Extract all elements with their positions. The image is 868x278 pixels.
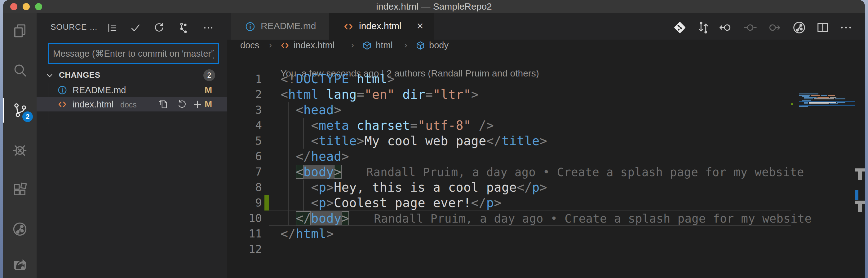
code-token: html bbox=[296, 227, 326, 241]
code-token: </ bbox=[296, 211, 311, 225]
code-line-9[interactable]: 9 <p>Coolest page ever!</p> bbox=[227, 195, 855, 210]
code-token: lang bbox=[327, 87, 357, 102]
gitlens-graph-button[interactable] bbox=[791, 20, 807, 36]
code-line-8[interactable]: 8 <p>Hey, this is a cool page</p> bbox=[227, 179, 855, 195]
activity-bar-item-extensions[interactable] bbox=[3, 173, 37, 206]
code-token: DOCTYPE bbox=[296, 72, 349, 86]
title-bar[interactable]: index.html — SampleRepo2 bbox=[3, 0, 865, 13]
code-line-1[interactable]: 1<!DOCTYPE html> bbox=[227, 71, 855, 87]
minimap-text bbox=[835, 99, 845, 99]
code-token: > bbox=[494, 196, 502, 210]
stage-changes-button[interactable] bbox=[191, 98, 204, 111]
tab-index.html[interactable]: index.html✕ bbox=[329, 13, 434, 40]
code-line-3[interactable]: 3 <head> bbox=[227, 102, 855, 118]
discard-changes-button[interactable] bbox=[176, 98, 188, 111]
breadcrumb-item-docs[interactable]: docs bbox=[240, 40, 259, 50]
code-token bbox=[281, 165, 296, 179]
graph-icon bbox=[177, 30, 190, 36]
code-token: "ltr" bbox=[433, 87, 471, 102]
next-change-button[interactable] bbox=[766, 20, 782, 36]
code-token: > bbox=[471, 87, 479, 102]
html-file-icon bbox=[343, 21, 354, 32]
open-changes-button[interactable] bbox=[695, 20, 711, 36]
code-editor[interactable]: You, a few seconds ago | 2 authors (Rand… bbox=[227, 52, 855, 278]
breadcrumb-item-index.html[interactable]: index.html bbox=[293, 40, 335, 50]
code-line-2[interactable]: 2<html lang="en" dir="ltr"> bbox=[227, 87, 855, 102]
view-git-graph-button[interactable] bbox=[177, 21, 190, 35]
activity-bar-item-source-control[interactable]: 2 bbox=[3, 94, 37, 127]
breadcrumb-item-body[interactable]: body bbox=[429, 40, 448, 50]
code-token: html bbox=[357, 72, 387, 86]
overview-word-highlight-marker-stem bbox=[858, 172, 862, 180]
breadcrumb[interactable]: docs›index.html›html›body bbox=[227, 40, 865, 52]
code-token bbox=[349, 118, 357, 133]
tab-README.md[interactable]: README.md bbox=[231, 13, 329, 40]
minimap[interactable] bbox=[791, 94, 855, 112]
view-as-tree-button[interactable] bbox=[105, 21, 119, 35]
current-change-button[interactable] bbox=[742, 20, 758, 36]
code-line-6[interactable]: 6 </head> bbox=[227, 149, 855, 164]
changes-section-header[interactable]: CHANGES 2 bbox=[37, 69, 227, 82]
code-token: > bbox=[334, 103, 342, 117]
tab-bar: README.mdindex.html✕ bbox=[227, 13, 865, 40]
activity-bar-item-explorer[interactable] bbox=[3, 14, 37, 48]
minimap-text bbox=[817, 97, 829, 98]
overview-ruler[interactable] bbox=[855, 52, 865, 278]
code-token: html bbox=[288, 87, 319, 102]
compare-icon bbox=[695, 31, 711, 37]
line-number: 7 bbox=[227, 164, 262, 179]
code-token: "utf-8" bbox=[418, 118, 471, 133]
code-token: > bbox=[357, 134, 365, 148]
code-token: > bbox=[540, 180, 548, 195]
gitlens-diff-button[interactable] bbox=[672, 20, 688, 36]
code-token: title bbox=[502, 134, 540, 148]
code-token: > bbox=[334, 165, 342, 179]
close-tab-button[interactable]: ✕ bbox=[414, 21, 426, 32]
changes-label: CHANGES bbox=[59, 70, 100, 80]
code-token: dir bbox=[402, 87, 425, 102]
activity-bar-item-gitlens[interactable] bbox=[3, 212, 37, 246]
code-line-5[interactable]: 5 <title>My cool web page</title> bbox=[227, 133, 855, 149]
code-line-12[interactable]: 12 bbox=[227, 241, 855, 257]
changes-count-badge: 2 bbox=[204, 69, 215, 81]
code-token: p bbox=[532, 180, 540, 195]
breadcrumb-separator: › bbox=[269, 40, 272, 50]
code-token bbox=[281, 103, 296, 117]
more-actions-button[interactable] bbox=[838, 20, 854, 36]
commit-button[interactable] bbox=[129, 21, 142, 35]
code-token: </ bbox=[517, 180, 532, 195]
minimap-text bbox=[799, 95, 810, 96]
open-file-button[interactable] bbox=[157, 98, 170, 111]
sidebar-title: SOURCE … bbox=[51, 22, 110, 32]
code-line-11[interactable]: 11</html> bbox=[227, 226, 855, 241]
refresh-icon bbox=[152, 30, 166, 36]
code-line-10[interactable]: 10 </body>Randall Pruim, a day ago • Cre… bbox=[227, 210, 855, 226]
code-token: <! bbox=[281, 72, 296, 86]
more-actions-button[interactable] bbox=[202, 21, 215, 35]
minimap-text bbox=[809, 102, 836, 103]
minimap-text bbox=[804, 103, 808, 104]
breadcrumb-item-html[interactable]: html bbox=[376, 40, 393, 50]
refresh-button[interactable] bbox=[152, 21, 166, 35]
overview-word-highlight-marker-stem bbox=[858, 204, 862, 212]
tab-label: README.md bbox=[261, 21, 316, 31]
code-line-4[interactable]: 4 <meta charset="utf-8" /> bbox=[227, 118, 855, 133]
vscode-window: index.html — SampleRepo2 2 SOURCE … CHAN… bbox=[3, 0, 865, 278]
breadcrumb-separator: › bbox=[404, 40, 407, 50]
minimap-text bbox=[802, 100, 811, 101]
commit-message-input[interactable] bbox=[48, 43, 219, 64]
chevron-down-icon bbox=[44, 71, 55, 80]
code-token: title bbox=[319, 134, 357, 148]
code-line-7[interactable]: 7 <body>Randall Pruim, a day ago • Creat… bbox=[227, 164, 855, 179]
code-token: > bbox=[342, 211, 349, 225]
code-token: </ bbox=[471, 196, 486, 210]
split-editor-button[interactable] bbox=[815, 20, 831, 36]
changed-file-row-README.md[interactable]: README.mdM bbox=[37, 83, 227, 97]
breadcrumb-separator: › bbox=[351, 40, 354, 50]
code-token bbox=[281, 118, 311, 133]
previous-change-button[interactable] bbox=[718, 20, 734, 36]
activity-bar-item-live-share[interactable] bbox=[3, 247, 37, 278]
changed-file-row-index.html[interactable]: index.htmldocsM bbox=[37, 97, 227, 111]
activity-bar-item-search[interactable] bbox=[3, 54, 37, 87]
activity-bar-item-run-and-debug[interactable] bbox=[3, 133, 37, 167]
